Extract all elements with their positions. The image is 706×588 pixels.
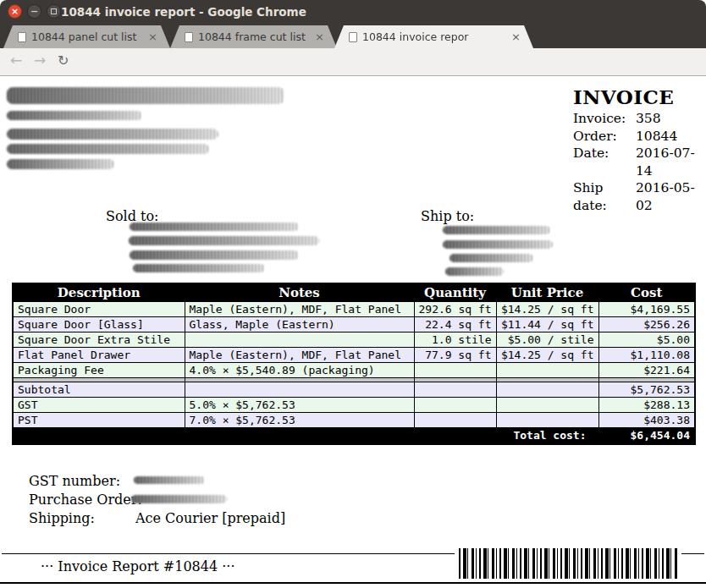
table-header-row: Description Notes Quantity Unit Price Co…: [13, 283, 695, 301]
tab-label: 10844 panel cut list: [31, 30, 143, 43]
invoice-title: INVOICE: [573, 85, 702, 108]
invoice-page: INVOICE Invoice: 358 Order: 10844 Date: …: [0, 76, 706, 588]
redacted-text-line: [129, 236, 319, 245]
cell-notes: Maple (Eastern), MDF, Flat Panel: [185, 347, 414, 362]
footer-bottom-rule: [0, 582, 706, 584]
ship-date-label: Ship date:: [573, 179, 636, 214]
date-value: 2016-07-14: [636, 145, 702, 179]
col-cost: Cost: [598, 283, 695, 301]
barcode-bars: [459, 548, 677, 579]
tab-close-icon[interactable]: ×: [511, 30, 521, 43]
order-number-value: 10844: [636, 128, 702, 146]
redacted-text-line: [133, 264, 265, 272]
invoice-table: Description Notes Quantity Unit Price Co…: [12, 283, 696, 445]
cell-cost: $5.00: [598, 332, 695, 347]
cell-notes: 4.0% × $5,540.89 (packaging): [185, 362, 414, 377]
cell-notes: Glass, Maple (Eastern): [185, 316, 414, 332]
cell-description: PST: [13, 412, 185, 427]
table-row: Packaging Fee 4.0% × $5,540.89 (packagin…: [13, 362, 695, 377]
date-label: Date:: [573, 145, 636, 179]
total-value: $6,454.04: [598, 427, 695, 444]
cell-description: Square Door Extra Stile: [13, 332, 185, 347]
pst-row: PST 7.0% × $5,762.53 $403.38: [13, 412, 695, 427]
cell-unit-price: [496, 362, 598, 377]
redacted-purchase-order: [131, 495, 227, 503]
redacted-text-line: [7, 159, 114, 169]
total-row: Total cost: $6,454.04: [13, 427, 695, 444]
cell-cost: $288.13: [598, 397, 695, 412]
redacted-text-line: [445, 267, 504, 276]
cell-description: Flat Panel Drawer: [13, 347, 185, 362]
cell-cost: $256.26: [598, 316, 695, 332]
forward-icon[interactable]: →: [34, 52, 46, 69]
col-quantity: Quantity: [414, 283, 496, 301]
redacted-gst-number: [134, 476, 205, 484]
col-description: Description: [13, 283, 185, 301]
cell-cost: $4,169.55: [598, 301, 695, 316]
cell-description: Square Door [Glass]: [13, 316, 185, 332]
cell-notes: 5.0% × $5,762.53: [185, 397, 414, 412]
page-icon: [185, 32, 193, 42]
ship-date-value: 2016-05-02: [636, 179, 702, 214]
toolbar: ← → ↻ file:///home/stephane/WorkOrder/ht…: [0, 48, 706, 76]
browser-window: × − 10844 invoice report - Google Chrome…: [0, 0, 706, 588]
col-unit-price: Unit Price: [496, 283, 598, 301]
reload-icon[interactable]: ↻: [58, 52, 69, 69]
redacted-text-line: [443, 240, 553, 249]
cell-unit-price: $11.44 / sq ft: [496, 316, 598, 332]
gst-number-label: GST number:: [29, 473, 120, 489]
cell-cost: $221.64: [598, 362, 695, 377]
cell-notes: Maple (Eastern), MDF, Flat Panel: [185, 301, 414, 316]
cell-notes: [185, 332, 414, 347]
ship-to-label: Ship to:: [421, 208, 474, 224]
invoice-number-label: Invoice:: [573, 110, 636, 128]
tab-invoice-report[interactable]: 10844 invoice repor ×: [334, 25, 533, 48]
maximize-square: [51, 8, 57, 14]
shipping-label: Shipping:: [29, 510, 95, 526]
redacted-text-line: [443, 226, 550, 234]
shipping-value: Ace Courier [prepaid]: [135, 510, 285, 526]
tab-label: 10844 invoice repor: [362, 30, 506, 43]
redacted-text-line: [7, 111, 142, 120]
gst-row: GST 5.0% × $5,762.53 $288.13: [13, 397, 695, 412]
window-close-icon[interactable]: ×: [8, 4, 22, 19]
title-bar: × − 10844 invoice report - Google Chrome: [0, 0, 706, 24]
redacted-text-line: [130, 250, 299, 260]
tab-strip: 10844 panel cut list × 10844 frame cut l…: [0, 24, 706, 48]
cell-unit-price: $14.25 / sq ft: [496, 301, 598, 316]
cell-unit-price: $5.00 / stile: [496, 332, 598, 347]
cell-description: Packaging Fee: [13, 362, 185, 377]
cell-quantity: 77.9 sq ft: [414, 347, 496, 362]
back-icon[interactable]: ←: [10, 52, 22, 69]
total-label: Total cost:: [13, 427, 598, 444]
col-notes: Notes: [185, 283, 414, 301]
cell-description: Square Door: [13, 301, 185, 316]
invoice-number-value: 358: [636, 110, 702, 128]
cell-notes: [185, 382, 414, 397]
tab-label: 10844 frame cut list: [198, 30, 310, 43]
tab-panel-cut-list[interactable]: 10844 panel cut list ×: [3, 25, 170, 48]
cell-unit-price: $14.25 / sq ft: [496, 347, 598, 362]
tab-close-icon[interactable]: ×: [315, 30, 324, 43]
page-icon: [349, 32, 357, 42]
table-row: Square Door Extra Stile 1.0 stile $5.00 …: [13, 332, 695, 347]
cell-cost: $1,110.08: [598, 347, 695, 362]
tab-close-icon[interactable]: ×: [148, 30, 157, 43]
cell-quantity: 1.0 stile: [414, 332, 496, 347]
window-minimize-icon[interactable]: −: [27, 4, 41, 19]
window-maximize-icon[interactable]: [47, 4, 61, 19]
page-icon: [18, 32, 26, 42]
redacted-text-line: [130, 223, 299, 231]
redacted-company-name: [7, 87, 284, 104]
footer-text: ··· Invoice Report #10844 ···: [41, 558, 234, 574]
cell-quantity: [414, 362, 496, 377]
cell-cost: $403.38: [598, 412, 695, 427]
redacted-text-line: [7, 129, 218, 140]
cell-quantity: 22.4 sq ft: [414, 316, 496, 332]
redacted-text-line: [7, 144, 209, 154]
cell-quantity: 292.6 sq ft: [414, 301, 496, 316]
redacted-text-line: [450, 254, 533, 262]
cell-description: GST: [13, 397, 185, 412]
cell-cost: $5,762.53: [598, 382, 695, 397]
tab-frame-cut-list[interactable]: 10844 frame cut list ×: [170, 25, 337, 48]
